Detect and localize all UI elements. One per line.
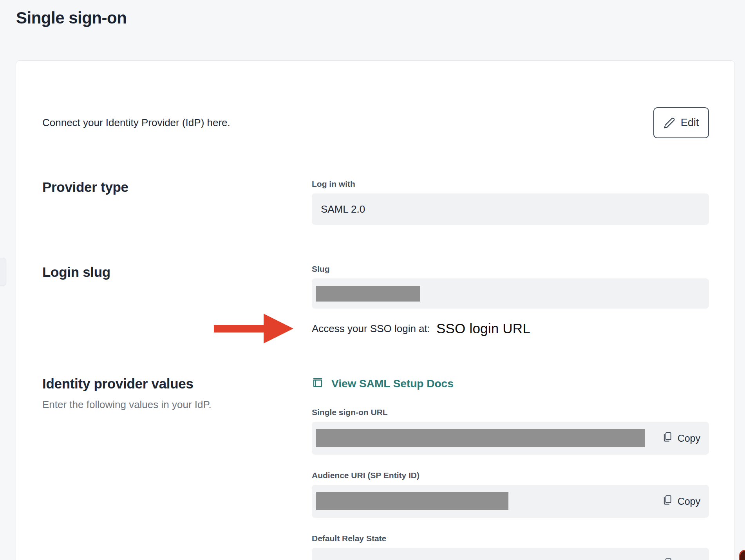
copy-relay-state-button[interactable]: Copy: [662, 558, 700, 560]
audience-uri-field: Copy: [312, 485, 709, 518]
intro-row: Connect your Identity Provider (IdP) her…: [42, 107, 709, 138]
sso-url-label: Single sign-on URL: [312, 408, 709, 416]
copy-pages-icon: [662, 558, 673, 560]
sso-login-url-text: SSO login URL: [436, 321, 530, 336]
copy-pages-icon: [662, 495, 673, 508]
sso-url-field: Copy: [312, 422, 709, 455]
idp-values-subheading: Enter the following values in your IdP.: [42, 399, 312, 411]
intro-text: Connect your Identity Provider (IdP) her…: [42, 117, 230, 129]
idp-values-heading: Identity provider values: [42, 376, 312, 392]
default-relay-state-value: bigproject: [316, 558, 365, 560]
access-text: Access your SSO login at:: [312, 323, 430, 335]
sso-settings-page: Single sign-on Connect your Identity Pro…: [0, 0, 745, 560]
copy-button-label: Copy: [678, 433, 700, 444]
slug-label: Slug: [312, 265, 709, 273]
copy-button-label: Copy: [678, 559, 700, 560]
audience-uri-label: Audience URI (SP Entity ID): [312, 471, 709, 479]
slug-redacted-value: [316, 286, 420, 302]
copy-audience-uri-button[interactable]: Copy: [662, 495, 700, 508]
sso-url-redacted-value: [316, 429, 645, 447]
red-arrow-shaft: [214, 325, 264, 332]
default-relay-state-label: Default Relay State: [312, 534, 709, 542]
book-icon: [312, 376, 324, 391]
edit-button-label: Edit: [681, 117, 699, 129]
provider-type-section: Provider type Log in with SAML 2.0: [42, 180, 709, 225]
provider-type-heading: Provider type: [42, 180, 312, 195]
view-saml-setup-docs-link[interactable]: View SAML Setup Docs: [312, 376, 709, 391]
copy-sso-url-button[interactable]: Copy: [662, 432, 700, 445]
login-with-label: Log in with: [312, 180, 709, 188]
edit-button[interactable]: Edit: [653, 107, 709, 138]
red-arrow-annotation: [214, 314, 293, 343]
red-arrow-head: [264, 314, 293, 343]
login-slug-section: Login slug Slug Access your SSO login at…: [42, 265, 709, 338]
red-annotation-corner-fragment: [739, 550, 745, 560]
provider-type-field: SAML 2.0: [312, 193, 709, 225]
page-title: Single sign-on: [16, 9, 127, 27]
left-edge-drawer-handle[interactable]: [0, 258, 6, 286]
audience-uri-redacted-value: [316, 492, 508, 510]
sso-settings-card: Connect your Identity Provider (IdP) her…: [16, 60, 735, 560]
login-slug-heading: Login slug: [42, 265, 312, 280]
docs-link-label: View SAML Setup Docs: [331, 378, 454, 390]
copy-button-label: Copy: [678, 496, 700, 507]
copy-pages-icon: [662, 432, 673, 445]
idp-values-section: Identity provider values Enter the follo…: [42, 376, 709, 560]
pencil-icon: [664, 117, 675, 129]
slug-field: [312, 278, 709, 309]
default-relay-state-field: bigproject Copy: [312, 548, 709, 560]
sso-access-line: Access your SSO login at: SSO login URL: [312, 319, 709, 338]
provider-type-value: SAML 2.0: [321, 203, 365, 215]
